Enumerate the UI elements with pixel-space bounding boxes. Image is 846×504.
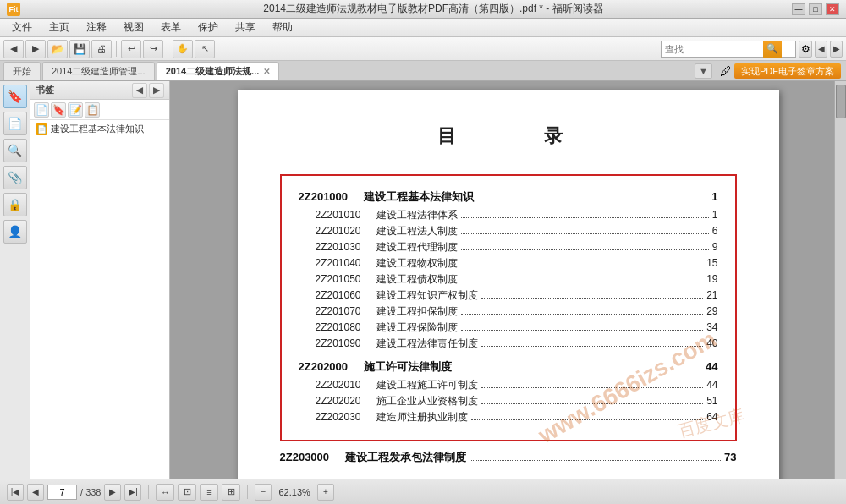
- main-area: 🔖 📄 🔍 📎 🔒 👤 书签 ◀ ▶ 📄 🔖 📝 📋 📄 建设工程基本法律知识: [0, 81, 846, 479]
- search-box[interactable]: 🔍: [661, 41, 796, 58]
- pdf-sign-area: 🖊 实现PDF电子签章方案: [720, 63, 841, 79]
- tab-start[interactable]: 开始: [3, 62, 41, 80]
- toc-entry-sub-8: 2Z201080 建设工程保险制度 34: [299, 320, 718, 335]
- toc-entry-main-2: 2Z202000 施工许可法律制度 44: [299, 359, 718, 375]
- tab-dropdown-button[interactable]: ▼: [695, 63, 712, 79]
- zoom-out-button[interactable]: −: [255, 484, 272, 501]
- scrollbar-right[interactable]: [834, 81, 846, 479]
- prev-page-button[interactable]: ◀: [27, 484, 44, 501]
- menu-view[interactable]: 视图: [115, 19, 152, 36]
- scroll-thumb[interactable]: [836, 85, 846, 118]
- sidebar-pages-button[interactable]: 📄: [3, 112, 27, 135]
- menu-home[interactable]: 主页: [41, 19, 78, 36]
- last-page-button[interactable]: ▶|: [124, 484, 141, 501]
- menu-form[interactable]: 表单: [152, 19, 190, 36]
- toc-page-sub-11: 51: [706, 395, 717, 407]
- bookmark-tool-4[interactable]: 📋: [85, 102, 100, 118]
- pdf-sign-button[interactable]: 实现PDF电子签章方案: [734, 63, 841, 79]
- bookmark-panel: 书签 ◀ ▶ 📄 🔖 📝 📋 📄 建设工程基本法律知识: [30, 81, 170, 479]
- bookmark-tool-1[interactable]: 📄: [34, 102, 49, 118]
- current-page-input[interactable]: 7: [47, 485, 77, 500]
- toolbar-save[interactable]: 💾: [69, 40, 90, 58]
- toc-entry-main-3: 2Z203000 建设工程发承包法律制度 73: [280, 450, 737, 465]
- bookmark-tool-3[interactable]: 📝: [68, 102, 83, 118]
- toc-sub-title-3: 建设工程代理制度: [366, 240, 458, 255]
- first-page-button[interactable]: |◀: [7, 484, 24, 501]
- two-page-button[interactable]: ⊞: [222, 484, 240, 501]
- menu-annotation[interactable]: 注释: [78, 19, 115, 36]
- toc-sub-title-8: 建设工程保险制度: [366, 320, 458, 335]
- toc-dots-sub-3: [461, 249, 709, 250]
- menu-file[interactable]: 文件: [3, 19, 41, 36]
- continuous-button[interactable]: ≡: [200, 484, 218, 501]
- toc-page-main-1: 1: [711, 190, 717, 203]
- sidebar-attachments-button[interactable]: 📎: [3, 166, 27, 189]
- sidebar: 🔖 📄 🔍 📎 🔒 👤: [0, 81, 30, 479]
- toc-dots-sub-8: [461, 330, 704, 331]
- document-page: 目 录 2Z201000 建设工程基本法律知识 1 2Z201010 建设工程法…: [238, 90, 779, 479]
- toc-sub-code-6: 2Z201060: [316, 289, 361, 301]
- nav-forward-button[interactable]: ▶: [830, 41, 843, 58]
- toc-sub-title-7: 建设工程担保制度: [366, 304, 458, 319]
- toc-code-main-3: 2Z203000: [280, 451, 330, 463]
- fit-width-button[interactable]: ↔: [156, 484, 174, 501]
- toolbar-hand[interactable]: ✋: [173, 40, 193, 58]
- toc-entry-sub-5: 2Z201050 建设工程债权制度 19: [299, 272, 718, 287]
- search-button[interactable]: 🔍: [763, 41, 782, 58]
- document-area[interactable]: 目 录 2Z201000 建设工程基本法律知识 1 2Z201010 建设工程法…: [170, 81, 846, 479]
- toolbar-open[interactable]: 📂: [47, 40, 68, 58]
- bookmark-next-button[interactable]: ▶: [149, 83, 164, 98]
- minimize-button[interactable]: —: [792, 3, 805, 15]
- toc-dots-main-2: [455, 370, 702, 370]
- toc-entry-sub-10: 2Z202010 建设工程施工许可制度 44: [299, 378, 718, 392]
- toc-sub-code-5: 2Z201050: [316, 273, 361, 285]
- next-page-button[interactable]: ▶: [104, 484, 121, 501]
- zoom-in-button[interactable]: +: [317, 484, 334, 501]
- close-button[interactable]: ✕: [826, 3, 839, 15]
- toolbar-undo[interactable]: ↩: [121, 40, 141, 58]
- fit-page-button[interactable]: ⊡: [178, 484, 196, 501]
- nav-back-button[interactable]: ◀: [815, 41, 827, 58]
- search-input[interactable]: [662, 41, 763, 57]
- toolbar-select[interactable]: ↖: [195, 40, 215, 58]
- settings-button[interactable]: ⚙: [799, 41, 812, 58]
- toc-page-sub-2: 6: [712, 225, 718, 237]
- toc-sub-code-2: 2Z201020: [316, 225, 361, 237]
- toc-sub-title-11: 施工企业从业资格制度: [366, 394, 478, 408]
- toolbar-separator-1: [116, 41, 117, 57]
- toc-title-main-1: 建设工程基本法律知识: [353, 189, 474, 205]
- toolbar-redo[interactable]: ↪: [143, 40, 163, 58]
- tab-bar: 开始 2014二级建造师管理... 2014二级建造师法规... ✕ ▼ 🖊 实…: [0, 61, 846, 81]
- bookmark-prev-button[interactable]: ◀: [132, 83, 147, 98]
- sidebar-user-button[interactable]: 👤: [3, 220, 27, 244]
- sidebar-bookmarks-button[interactable]: 🔖: [3, 85, 27, 108]
- toolbar-back[interactable]: ◀: [3, 40, 24, 58]
- tab-management[interactable]: 2014二级建造师管理...: [42, 62, 155, 80]
- toc-sub-title-5: 建设工程债权制度: [366, 272, 458, 287]
- bookmark-toolbar: 📄 🔖 📝 📋: [30, 100, 169, 120]
- bookmark-title: 书签: [36, 84, 54, 96]
- toc-dots-sub-12: [471, 419, 704, 420]
- document-title: 目 录: [280, 123, 737, 149]
- toc-dots-sub-7: [461, 314, 704, 315]
- toc-page-main-3: 73: [724, 451, 736, 463]
- tab-law[interactable]: 2014二级建造师法规... ✕: [157, 62, 280, 80]
- toc-entry-sub-2: 2Z201020 建设工程法人制度 6: [299, 224, 718, 238]
- menu-help[interactable]: 帮助: [264, 19, 301, 36]
- tab-close-icon[interactable]: ✕: [263, 67, 270, 76]
- bookmark-tool-2[interactable]: 🔖: [51, 102, 66, 118]
- menu-share[interactable]: 共享: [227, 19, 264, 36]
- maximize-button[interactable]: □: [809, 3, 822, 15]
- bookmark-item-law[interactable]: 📄 建设工程基本法律知识: [30, 120, 169, 138]
- toc-title-main-2: 施工许可法律制度: [353, 359, 452, 375]
- sidebar-security-button[interactable]: 🔒: [3, 193, 27, 216]
- toolbar-print[interactable]: 🖨: [91, 40, 112, 58]
- toc-page-sub-9: 40: [706, 337, 717, 349]
- sidebar-search-button[interactable]: 🔍: [3, 139, 27, 162]
- toc-sub-code-11: 2Z202020: [316, 395, 361, 407]
- toolbar-forward[interactable]: ▶: [25, 40, 46, 58]
- toc-sub-code-4: 2Z201040: [316, 257, 361, 269]
- menu-protect[interactable]: 保护: [190, 19, 227, 36]
- toc-page-sub-5: 19: [706, 273, 717, 285]
- toc-sub-code-12: 2Z202030: [316, 411, 361, 423]
